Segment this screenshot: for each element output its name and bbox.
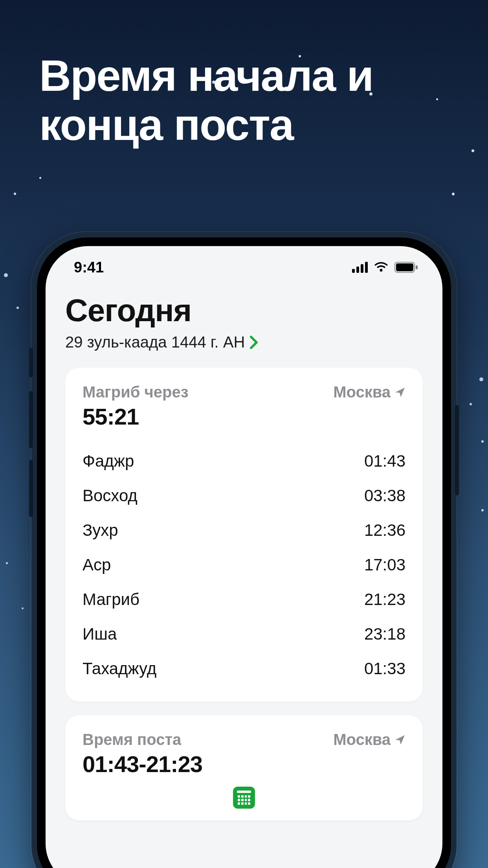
- prayer-time: 21:23: [364, 590, 405, 609]
- prayer-name: Магриб: [83, 590, 139, 609]
- prayer-times-card: Магриб через 55:21 Москва Фаджр01:43Восх…: [65, 368, 423, 702]
- prayer-time-row: Фаджр01:43: [83, 444, 405, 478]
- next-prayer-label: Магриб через: [83, 383, 189, 401]
- prayer-time-row: Аср17:03: [83, 548, 405, 582]
- prayer-time: 01:33: [364, 659, 405, 678]
- prayer-time: 17:03: [364, 555, 405, 574]
- prayer-time-row: Зухр12:36: [83, 513, 405, 548]
- location-button[interactable]: Москва: [333, 731, 405, 748]
- prayer-time-row: Магриб21:23: [83, 582, 405, 617]
- cellular-icon: [352, 262, 368, 273]
- location-text: Москва: [333, 383, 391, 401]
- location-arrow-icon: [394, 734, 405, 745]
- status-time: 9:41: [74, 259, 104, 276]
- side-button: [29, 348, 33, 377]
- hijri-date-button[interactable]: 29 зуль-каада 1444 г. АН: [65, 333, 423, 351]
- side-button: [29, 391, 33, 448]
- chevron-right-icon: [250, 335, 259, 349]
- prayer-time: 03:38: [364, 486, 405, 505]
- prayer-name: Тахаджуд: [83, 659, 156, 678]
- status-bar: 9:41: [46, 246, 442, 289]
- fasting-range: 01:43-21:23: [83, 751, 202, 777]
- side-button: [455, 405, 459, 495]
- prayer-name: Восход: [83, 486, 138, 505]
- svg-rect-2: [416, 265, 418, 269]
- prayer-name: Зухр: [83, 521, 118, 540]
- location-arrow-icon: [394, 387, 405, 398]
- side-button: [29, 460, 33, 517]
- prayer-times-list: Фаджр01:43Восход03:38Зухр12:36Аср17:03Ма…: [83, 444, 405, 686]
- prayer-time-row: Иша23:18: [83, 617, 405, 651]
- wifi-icon: [373, 261, 389, 273]
- promo-headline: Время начала и конца поста: [39, 51, 464, 150]
- svg-rect-1: [396, 263, 413, 271]
- prayer-time: 12:36: [364, 521, 405, 540]
- calendar-button[interactable]: [233, 787, 255, 809]
- location-button[interactable]: Москва: [333, 383, 405, 401]
- prayer-name: Аср: [83, 555, 111, 574]
- location-text: Москва: [333, 731, 391, 748]
- prayer-name: Фаджр: [83, 452, 134, 471]
- screen: 9:41 Сегодня 29 зуль-каада 1444 г. АН М: [46, 246, 442, 868]
- prayer-time: 23:18: [364, 625, 405, 644]
- prayer-time-row: Восход03:38: [83, 478, 405, 513]
- prayer-time-row: Тахаджуд01:33: [83, 651, 405, 686]
- prayer-time: 01:43: [364, 452, 405, 471]
- page-title: Сегодня: [65, 292, 423, 329]
- next-prayer-countdown: 55:21: [83, 403, 189, 430]
- fasting-label: Время поста: [83, 731, 202, 748]
- prayer-name: Иша: [83, 625, 117, 644]
- fasting-card: Время поста 01:43-21:23 Москва: [65, 715, 423, 820]
- hijri-date-text: 29 зуль-каада 1444 г. АН: [65, 333, 245, 351]
- device-frame: 9:41 Сегодня 29 зуль-каада 1444 г. АН М: [31, 232, 457, 868]
- battery-icon: [394, 262, 418, 273]
